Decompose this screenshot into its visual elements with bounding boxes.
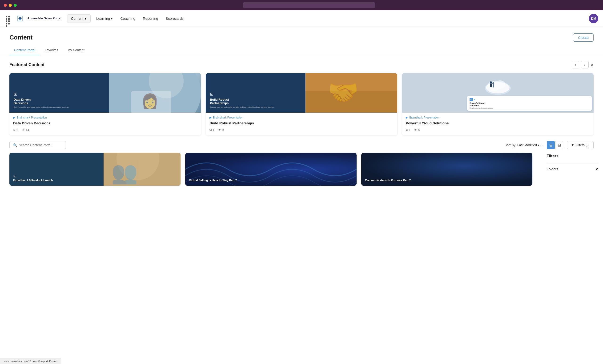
card-thumbnail-powerful-cloud: A Powerful CloudSolutions How to acceler… (402, 73, 594, 113)
svg-text:🤝: 🤝 (328, 77, 359, 107)
card-thumb-title-ddd: Data DrivenDecisions (14, 98, 105, 105)
grid-dot (6, 23, 7, 24)
traffic-light-yellow[interactable] (9, 4, 12, 7)
svg-rect-19 (493, 84, 494, 88)
nav-coaching[interactable]: Coaching (116, 15, 139, 22)
collapse-button[interactable]: ∧ (591, 62, 594, 67)
bottom-cards-container: Excalibur 2.0 Product Launch 👥 (0, 149, 542, 186)
user-avatar[interactable]: DM (589, 14, 598, 23)
grid-dot (8, 18, 10, 20)
grid-dot (8, 23, 10, 24)
card-thumbnail-data-driven: Data DrivenDecisions Be informed for you… (9, 73, 201, 113)
filter-section-folders: Folders ∨ (546, 163, 598, 171)
copy-icon-2: ⧉ (209, 128, 212, 132)
tab-content-portal[interactable]: Content Portal (9, 45, 40, 55)
card-body-data-driven: ▶ Brainshark Presentation Data Driven De… (9, 113, 201, 135)
cloud-card-doc: A Powerful CloudSolutions How to acceler… (467, 96, 592, 111)
traffic-light-red[interactable] (4, 4, 7, 7)
grid-dot (8, 16, 10, 17)
card-virtual-selling[interactable]: Virtual Selling is Here to Stay Part 2 (185, 153, 356, 186)
brainshark-type-icon-3: ▶ (406, 116, 408, 119)
nav-learning-label: Learning (96, 16, 110, 21)
svg-text:👩: 👩 (141, 93, 159, 109)
search-input[interactable] (19, 143, 62, 147)
card-meta-powerful-cloud: ⧉ 1 👁 5 (406, 128, 590, 132)
card-thumb-title-communicate: Communicate with Purpose Part 2 (365, 179, 411, 182)
status-bar: www.brainshark.com/1/content/en/portal/h… (0, 358, 61, 364)
card-thumbnail-virtual-selling: Virtual Selling is Here to Stay Part 2 (185, 153, 356, 186)
featured-title: Featured Content (9, 62, 45, 67)
nav-content-button[interactable]: Content ▾ (67, 14, 91, 23)
status-url: www.brainshark.com/1/content/en/portal/h… (4, 360, 57, 363)
content-dropdown-icon: ▾ (85, 16, 87, 21)
search-box[interactable]: 🔍 (9, 141, 66, 149)
filter-icon: ▼ (571, 143, 574, 147)
views-icon-2: 👁 (218, 128, 221, 132)
app-grid-icon[interactable] (5, 15, 12, 22)
filter-folders-header[interactable]: Folders ∨ (546, 167, 598, 171)
nav-learning[interactable]: Learning ▾ (93, 15, 116, 22)
svg-marker-24 (14, 176, 15, 177)
nav-scorecards[interactable]: Scorecards (162, 15, 187, 22)
card-views-ddd: 👁 14 (22, 128, 29, 132)
svg-marker-9 (211, 93, 212, 95)
brainshark-logo-small (14, 92, 17, 96)
card-type-data-driven: ▶ Brainshark Presentation (13, 116, 197, 119)
svg-marker-22 (471, 99, 472, 100)
nav-scorecards-label: Scorecards (166, 16, 184, 21)
card-name-data-driven: Data Driven Decisions (13, 121, 197, 125)
next-arrow-button[interactable]: › (581, 61, 589, 68)
card-thumb-title-brp: Build RobustPartnerships (210, 98, 301, 105)
card-thumb-subtitle-ddd: Be informed for your most important busi… (14, 106, 105, 108)
card-thumbnail-communicate: Communicate with Purpose Part 2 (361, 153, 532, 186)
filter-folders-label: Folders (546, 167, 558, 171)
svg-marker-3 (15, 93, 16, 95)
learning-dropdown-icon: ▾ (111, 16, 113, 21)
card-copies-brp: ⧉ 1 (209, 128, 214, 132)
card-powerful-cloud[interactable]: A Powerful CloudSolutions How to acceler… (402, 73, 594, 135)
prev-arrow-button[interactable]: ‹ (572, 61, 579, 68)
brainshark-logo-icon (15, 14, 25, 23)
card-build-robust[interactable]: Build RobustPartnerships Expand your cur… (206, 73, 397, 135)
card-excalibur[interactable]: Excalibur 2.0 Product Launch 👥 (9, 153, 181, 186)
bottom-area: Excalibur 2.0 Product Launch 👥 (0, 149, 603, 186)
grid-dot (6, 25, 7, 27)
create-button[interactable]: Create (573, 33, 594, 42)
card-meta-data-driven: ⧉ 1 👁 14 (13, 128, 197, 132)
logo-area[interactable]: Annandale Sales Portal (15, 14, 61, 23)
card-type-powerful-cloud: ▶ Brainshark Presentation (406, 116, 590, 119)
filters-button[interactable]: ▼ Filters (0) (567, 141, 594, 149)
table-view-button[interactable]: ⊟ (555, 141, 563, 149)
nav-reporting[interactable]: Reporting (139, 15, 162, 22)
grid-dot (6, 21, 7, 22)
sort-area: Sort By Last Modified ▾ ↓ (505, 143, 543, 147)
sort-select[interactable]: Last Modified ▾ (517, 143, 539, 147)
page-title: Content (9, 34, 33, 41)
brainshark-type-icon-2: ▶ (209, 116, 212, 119)
tab-favorites[interactable]: Favorites (40, 45, 63, 55)
card-copies-ddd: ⧉ 1 (13, 128, 18, 132)
cloud-illustration-area (402, 75, 594, 97)
nav-coaching-label: Coaching (120, 16, 135, 21)
logo-text: Annandale Sales Portal (27, 16, 61, 21)
card-thumb-subtitle-brp: Expand your current audience after build… (210, 106, 301, 108)
sort-direction-icon[interactable]: ↓ (541, 143, 543, 147)
traffic-light-green[interactable] (14, 4, 17, 7)
sort-value: Last Modified (517, 143, 537, 147)
tab-my-content[interactable]: My Content (63, 45, 89, 55)
filter-folders-chevron: ∨ (595, 167, 598, 171)
card-photo-ddd: 👩 (102, 73, 201, 113)
card-thumbnail-excalibur: Excalibur 2.0 Product Launch 👥 (9, 153, 181, 186)
card-data-driven[interactable]: Data DrivenDecisions Be informed for you… (9, 73, 201, 135)
svg-point-20 (492, 82, 494, 84)
grid-dot (8, 21, 10, 22)
card-type-label-ddd: Brainshark Presentation (17, 116, 47, 119)
views-icon: 👁 (22, 128, 25, 132)
filters-label: Filters (0) (576, 143, 590, 147)
card-thumb-title-excalibur: Excalibur 2.0 Product Launch (13, 179, 100, 182)
grid-view-button[interactable]: ⊞ (547, 141, 555, 149)
card-communicate[interactable]: Communicate with Purpose Part 2 (361, 153, 532, 186)
sort-dropdown-icon: ▾ (538, 143, 539, 147)
sort-by-label: Sort By (505, 143, 515, 147)
nav-content-label: Content (71, 16, 83, 21)
